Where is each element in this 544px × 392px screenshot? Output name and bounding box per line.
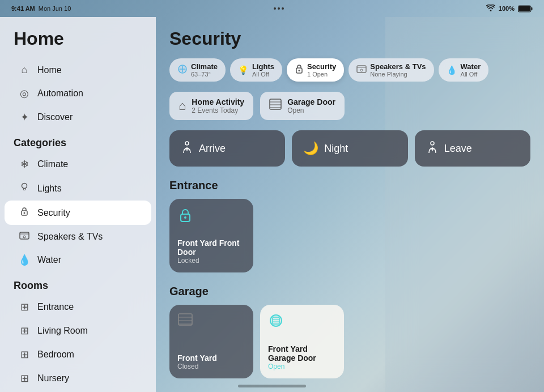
night-icon: 🌙 bbox=[303, 141, 318, 156]
svg-point-26 bbox=[184, 216, 186, 219]
tab-security-icon bbox=[295, 64, 304, 76]
sidebar-item-speakers[interactable]: Speakers & TVs bbox=[5, 225, 151, 248]
leave-label: Leave bbox=[444, 143, 472, 155]
garage-open-icon bbox=[268, 313, 336, 333]
entrance-icon: ⊞ bbox=[18, 301, 31, 313]
tab-security-text: Security 1 Open bbox=[307, 62, 336, 78]
scene-row: Arrive 🌙 Night Leave bbox=[169, 130, 530, 167]
entrance-devices: Front Yard Front Door Locked bbox=[169, 199, 530, 272]
home-activity-text: Home Activity 2 Events Today bbox=[192, 97, 244, 114]
scene-night[interactable]: 🌙 Night bbox=[292, 130, 407, 167]
battery-label: 100% bbox=[499, 5, 515, 12]
nursery-icon: ⊞ bbox=[18, 372, 31, 385]
tab-climate-sub: 63–73° bbox=[191, 71, 218, 78]
discover-icon: ✦ bbox=[18, 111, 31, 123]
tab-security-sub: 1 Open bbox=[307, 71, 336, 78]
dot-2 bbox=[278, 7, 280, 10]
svg-point-3 bbox=[22, 184, 27, 189]
info-card-garage-door[interactable]: Garage Door Open bbox=[260, 92, 345, 120]
rooms-header: Rooms bbox=[0, 272, 156, 295]
tab-water-sub: All Off bbox=[461, 71, 481, 78]
info-card-home-activity[interactable]: ⌂ Home Activity 2 Events Today bbox=[169, 92, 253, 120]
tab-climate[interactable]: Climate 63–73° bbox=[169, 58, 226, 82]
front-yard-closed-name: Front Yard bbox=[177, 353, 245, 363]
garage-door-open-status: Open bbox=[268, 363, 336, 370]
home-activity-sub: 2 Events Today bbox=[192, 106, 244, 114]
lights-icon bbox=[18, 182, 31, 195]
front-door-name: Front Yard Front Door bbox=[177, 238, 245, 257]
front-yard-closed-status: Closed bbox=[177, 363, 245, 370]
sidebar-item-climate[interactable]: ❄ Climate bbox=[5, 152, 151, 176]
sidebar-item-bedroom[interactable]: ⊞ Bedroom bbox=[5, 343, 151, 367]
tab-lights[interactable]: 💡 Lights All Off bbox=[230, 58, 282, 82]
svg-point-8 bbox=[23, 236, 26, 238]
battery-icon bbox=[518, 5, 533, 12]
sidebar: Home ⌂ Home ◎ Automation ✦ Discover Cate… bbox=[0, 17, 156, 392]
sidebar-label-automation: Automation bbox=[37, 88, 83, 99]
garage-door-text: Garage Door Open bbox=[287, 97, 335, 114]
tab-lights-name: Lights bbox=[252, 62, 274, 71]
tab-speakers[interactable]: Speakers & TVs None Playing bbox=[348, 58, 434, 82]
sidebar-label-water: Water bbox=[37, 255, 61, 265]
garage-door-sub: Open bbox=[287, 106, 335, 114]
tab-climate-name: Climate bbox=[191, 62, 218, 71]
device-front-yard-front-door[interactable]: Front Yard Front Door Locked bbox=[169, 199, 253, 272]
categories-header: Categories bbox=[0, 129, 156, 152]
living-room-icon: ⊞ bbox=[18, 325, 31, 337]
sidebar-label-bedroom: Bedroom bbox=[37, 350, 74, 360]
leave-icon bbox=[426, 140, 439, 156]
sidebar-item-water[interactable]: 💧 Water bbox=[5, 248, 151, 272]
device-front-yard-garage-door[interactable]: Front Yard Garage Door Open bbox=[260, 305, 344, 378]
device-front-door-info: Front Yard Front Door Locked bbox=[177, 238, 245, 265]
sidebar-item-security[interactable]: Security bbox=[5, 201, 151, 225]
sidebar-label-entrance: Entrance bbox=[37, 302, 74, 312]
garage-door-icon bbox=[269, 99, 282, 113]
device-garage-door-info: Front Yard Garage Door Open bbox=[268, 344, 336, 370]
sidebar-label-security: Security bbox=[37, 208, 70, 218]
tab-speakers-icon bbox=[356, 65, 367, 75]
info-cards-row: ⌂ Home Activity 2 Events Today Garage bbox=[169, 92, 530, 120]
category-tabs: Climate 63–73° 💡 Lights All Off bbox=[169, 58, 530, 82]
status-center bbox=[274, 7, 284, 10]
garage-closed-icon bbox=[177, 313, 245, 330]
automation-icon: ◎ bbox=[18, 87, 31, 100]
svg-rect-2 bbox=[532, 7, 533, 10]
tab-climate-text: Climate 63–73° bbox=[191, 62, 218, 78]
svg-point-14 bbox=[360, 69, 363, 71]
sidebar-item-nursery[interactable]: ⊞ Nursery bbox=[5, 367, 151, 390]
tab-water[interactable]: 💧 Water All Off bbox=[439, 58, 489, 82]
wifi-icon bbox=[486, 5, 495, 12]
tab-water-icon: 💧 bbox=[447, 65, 457, 75]
device-front-yard-closed[interactable]: Front Yard Closed bbox=[169, 305, 253, 378]
svg-point-19 bbox=[185, 142, 189, 145]
tab-lights-sub: All Off bbox=[252, 71, 274, 78]
svg-point-5 bbox=[24, 212, 26, 214]
dot-1 bbox=[274, 7, 276, 10]
page-title: Security bbox=[169, 28, 530, 49]
status-date: Mon Jun 10 bbox=[39, 5, 71, 12]
climate-icon: ❄ bbox=[18, 158, 31, 171]
garage-devices: Front Yard Closed Front Yard Garage Door… bbox=[169, 305, 530, 378]
svg-rect-1 bbox=[518, 6, 530, 11]
sidebar-label-nursery: Nursery bbox=[37, 373, 69, 384]
night-label: Night bbox=[324, 143, 348, 155]
sidebar-label-discover: Discover bbox=[37, 112, 73, 122]
sidebar-item-home[interactable]: ⌂ Home bbox=[5, 58, 151, 82]
sidebar-item-lights[interactable]: Lights bbox=[5, 176, 151, 201]
sidebar-item-entrance[interactable]: ⊞ Entrance bbox=[5, 295, 151, 319]
tab-speakers-text: Speakers & TVs None Playing bbox=[370, 62, 426, 78]
water-icon: 💧 bbox=[18, 254, 31, 266]
sidebar-label-living-room: Living Room bbox=[37, 326, 88, 336]
section-garage-label: Garage bbox=[169, 285, 530, 298]
sidebar-item-living-room[interactable]: ⊞ Living Room bbox=[5, 319, 151, 343]
tab-security[interactable]: Security 1 Open bbox=[287, 58, 344, 82]
scene-arrive[interactable]: Arrive bbox=[169, 130, 285, 167]
bedroom-icon: ⊞ bbox=[18, 348, 31, 361]
sidebar-item-automation[interactable]: ◎ Automation bbox=[5, 82, 151, 105]
home-activity-title: Home Activity bbox=[192, 97, 244, 106]
status-time: 9:41 AM bbox=[11, 5, 35, 12]
scene-leave[interactable]: Leave bbox=[415, 130, 530, 167]
sidebar-item-discover[interactable]: ✦ Discover bbox=[5, 105, 151, 129]
garage-door-title: Garage Door bbox=[287, 97, 335, 106]
home-icon: ⌂ bbox=[18, 64, 31, 76]
